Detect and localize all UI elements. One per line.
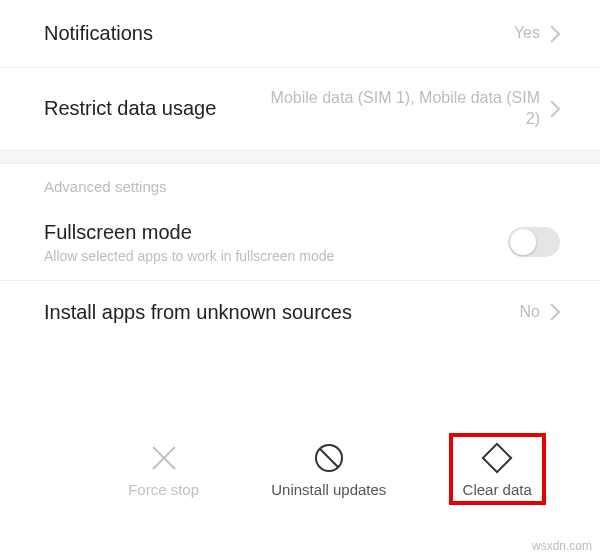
- install-unknown-title: Install apps from unknown sources: [44, 299, 520, 326]
- fullscreen-title: Fullscreen mode: [44, 221, 508, 244]
- restrict-data-title: Restrict data usage: [44, 97, 260, 120]
- chevron-right-icon: [550, 303, 560, 321]
- uninstall-updates-button[interactable]: Uninstall updates: [261, 433, 396, 505]
- force-stop-button[interactable]: Force stop: [118, 433, 209, 505]
- settings-list: Notifications Yes Restrict data usage Mo…: [0, 0, 600, 344]
- row-install-unknown[interactable]: Install apps from unknown sources No: [0, 280, 600, 344]
- section-header-advanced: Advanced settings: [0, 164, 600, 205]
- install-unknown-value: No: [520, 302, 540, 323]
- eraser-icon: [480, 441, 514, 475]
- force-stop-label: Force stop: [128, 481, 199, 498]
- chevron-right-icon: [550, 100, 560, 118]
- close-icon: [147, 441, 181, 475]
- watermark: wsxdn.com: [532, 539, 592, 553]
- clear-data-label: Clear data: [463, 481, 532, 498]
- svg-rect-4: [483, 443, 511, 471]
- notifications-value: Yes: [514, 23, 540, 44]
- restrict-data-value: Mobile data (SIM 1), Mobile data (SIM 2): [260, 88, 540, 130]
- app-info-settings-page: Notifications Yes Restrict data usage Mo…: [0, 0, 600, 557]
- chevron-right-icon: [550, 25, 560, 43]
- uninstall-updates-label: Uninstall updates: [271, 481, 386, 498]
- fullscreen-toggle[interactable]: [508, 227, 560, 257]
- bottom-toolbar: Force stop Uninstall updates Clear data: [0, 425, 600, 513]
- svg-line-3: [320, 448, 338, 466]
- row-restrict-data[interactable]: Restrict data usage Mobile data (SIM 1),…: [0, 67, 600, 150]
- prohibit-icon: [312, 441, 346, 475]
- clear-data-button[interactable]: Clear data: [449, 433, 546, 505]
- fullscreen-subtitle: Allow selected apps to work in fullscree…: [44, 248, 404, 264]
- row-notifications[interactable]: Notifications Yes: [0, 0, 600, 67]
- row-fullscreen-mode[interactable]: Fullscreen mode Allow selected apps to w…: [0, 205, 600, 280]
- toggle-knob: [510, 229, 536, 255]
- notifications-title: Notifications: [44, 22, 514, 45]
- section-divider: [0, 150, 600, 164]
